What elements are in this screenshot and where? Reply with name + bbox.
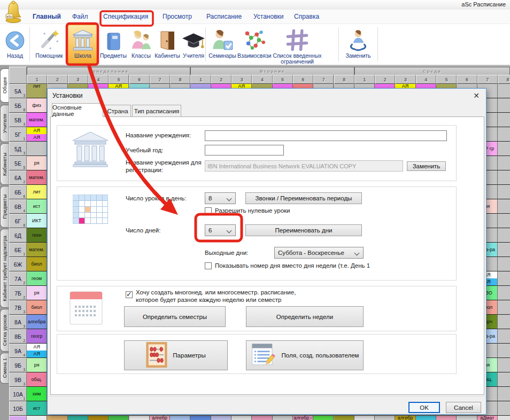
- define-semesters-button[interactable]: Определить семестры: [124, 306, 226, 327]
- toolbar-item-5[interactable]: Классы: [129, 25, 153, 59]
- class-row-label[interactable]: 6Д: [9, 228, 27, 243]
- toolbar-item-6[interactable]: Кабинеты: [154, 25, 181, 59]
- timetable-cell[interactable]: [190, 416, 211, 420]
- close-icon[interactable]: ✕: [471, 90, 482, 101]
- subject-cell[interactable]: ря: [27, 156, 47, 170]
- timetable-cell[interactable]: [498, 98, 510, 113]
- timetable-cell[interactable]: [498, 185, 510, 199]
- allow-zero-lessons-checkbox[interactable]: [205, 207, 212, 214]
- number-of-days-select[interactable]: 6: [205, 224, 236, 236]
- subject-cell[interactable]: ря: [27, 286, 47, 300]
- user-fields-button[interactable]: Поля, созд. пользователем: [246, 340, 364, 370]
- weekend-days-select[interactable]: Суббота - Воскресенье: [274, 247, 364, 259]
- side-tab-3[interactable]: Кабинеты: [0, 143, 9, 185]
- menu-item-7[interactable]: Справка: [294, 13, 319, 20]
- timetable-cell[interactable]: [354, 416, 375, 420]
- timetable-cell[interactable]: [498, 401, 510, 416]
- toolbar-item-9[interactable]: Взаимосвязи: [237, 25, 269, 59]
- subject-cell[interactable]: лит: [27, 185, 47, 199]
- class-row-label[interactable]: 6А2: [9, 170, 27, 185]
- timetable-cell[interactable]: [498, 113, 510, 127]
- toolbar-item-8[interactable]: Семинары: [208, 25, 236, 59]
- timetable-cell[interactable]: [68, 416, 88, 420]
- subject-cell[interactable]: матем.: [27, 170, 47, 185]
- school-year-input[interactable]: [205, 145, 284, 155]
- subject-cell[interactable]: биол: [27, 257, 47, 271]
- timetable-cell[interactable]: [498, 228, 510, 243]
- ok-button[interactable]: OK: [408, 402, 440, 413]
- timetable-cell[interactable]: [498, 243, 510, 257]
- timetable-cell[interactable]: [170, 416, 190, 420]
- timetable-cell[interactable]: [129, 416, 150, 420]
- cancel-button[interactable]: Cancel: [446, 402, 481, 413]
- timetable-cell[interactable]: алгебр.-: [293, 416, 313, 420]
- timetable-cell[interactable]: алгебр: [150, 416, 170, 420]
- timetable-cell[interactable]: [88, 416, 109, 420]
- toolbar-item-10[interactable]: Список введенных ограничений: [266, 25, 328, 65]
- lessons-per-day-select[interactable]: 8: [205, 192, 236, 204]
- subject-cell[interactable]: ря: [27, 358, 47, 372]
- class-row-label[interactable]: 7В3: [9, 300, 27, 315]
- timetable-cell[interactable]: [436, 416, 457, 420]
- menu-item-2[interactable]: Файл: [72, 13, 88, 20]
- side-tab-6[interactable]: Сетка уроков: [0, 309, 9, 352]
- timetable-cell[interactable]: [47, 416, 67, 420]
- define-weeks-button[interactable]: Определить недели: [246, 306, 364, 327]
- toolbar-item-11[interactable]: Заменить: [343, 25, 374, 59]
- timetable-cell[interactable]: [375, 416, 395, 420]
- subject-cell[interactable]: ист: [27, 401, 47, 416]
- class-row-label[interactable]: 5В3: [9, 113, 27, 127]
- toolbar-item-3[interactable]: Школа: [68, 25, 97, 59]
- timetable-cell[interactable]: [498, 286, 510, 300]
- timetable-cell[interactable]: аДмат: [477, 416, 498, 420]
- timetable-cell[interactable]: [498, 214, 510, 228]
- subject-cell[interactable]: ист: [27, 199, 47, 214]
- timetable-cell[interactable]: [498, 387, 510, 401]
- side-tab-4[interactable]: Предметы: [0, 186, 9, 228]
- side-tab-1[interactable]: Общее: [0, 68, 9, 103]
- subject-cell[interactable]: хим: [27, 387, 47, 401]
- toolbar-item-7[interactable]: Учителя: [181, 25, 206, 59]
- subject-cell[interactable]: геом: [27, 271, 47, 286]
- class-row-label[interactable]: 7Б2: [9, 286, 27, 300]
- class-row-label[interactable]: 10Б: [9, 401, 27, 416]
- timetable-cell[interactable]: [498, 300, 510, 315]
- timetable-cell[interactable]: лит: [27, 84, 47, 98]
- timetable-cell[interactable]: [313, 416, 334, 420]
- side-tab-7[interactable]: Смена 1: [0, 353, 9, 384]
- parameters-button[interactable]: Параметры: [124, 340, 228, 370]
- timetable-cell[interactable]: [498, 127, 510, 142]
- tab-country[interactable]: Страна: [104, 105, 131, 117]
- timetable-cell[interactable]: [498, 170, 510, 185]
- class-row-label[interactable]: 5А3: [9, 84, 27, 98]
- tab-schedule-type[interactable]: Тип расписания: [132, 105, 181, 117]
- timetable-cell[interactable]: [498, 84, 510, 98]
- timetable-cell[interactable]: [498, 329, 510, 344]
- timetable-cell[interactable]: [498, 416, 510, 420]
- timetable-cell[interactable]: [498, 271, 510, 286]
- timetable-cell[interactable]: [334, 416, 354, 420]
- toolbar-item-4[interactable]: Предметы: [98, 25, 128, 59]
- class-row-label[interactable]: 6В4: [9, 199, 27, 214]
- subject-cell[interactable]: алгебра: [27, 315, 47, 329]
- class-row-label[interactable]: 10А1: [9, 387, 27, 401]
- side-tab-5[interactable]: Кабинет требует надсмотра: [0, 229, 9, 308]
- subject-cell[interactable]: [27, 142, 47, 156]
- tab-main-data[interactable]: Основные данные: [52, 103, 103, 117]
- menu-item-3[interactable]: Спецификация: [103, 13, 148, 20]
- subject-cell[interactable]: АЯАЯ: [27, 344, 47, 358]
- class-row-label[interactable]: 5Г1: [9, 127, 27, 142]
- timetable-cell[interactable]: [231, 416, 252, 420]
- class-row-label[interactable]: 6Е1: [9, 243, 27, 257]
- side-tab-2[interactable]: Учителя: [0, 105, 9, 142]
- class-row-label[interactable]: 5Е5: [9, 156, 27, 170]
- class-row-label[interactable]: 9А4: [9, 344, 27, 358]
- toolbar-item-1[interactable]: Назад: [3, 25, 27, 59]
- class-row-label[interactable]: 6Б6: [9, 185, 27, 199]
- timetable-cell[interactable]: [273, 416, 293, 420]
- class-row-label[interactable]: 7А2: [9, 271, 27, 286]
- class-row-label[interactable]: 9В3: [9, 372, 27, 387]
- timetable-cell[interactable]: алгебр: [395, 416, 415, 420]
- rename-days-button[interactable]: Переименовать дни: [245, 224, 362, 236]
- subject-cell[interactable]: физ: [27, 98, 47, 113]
